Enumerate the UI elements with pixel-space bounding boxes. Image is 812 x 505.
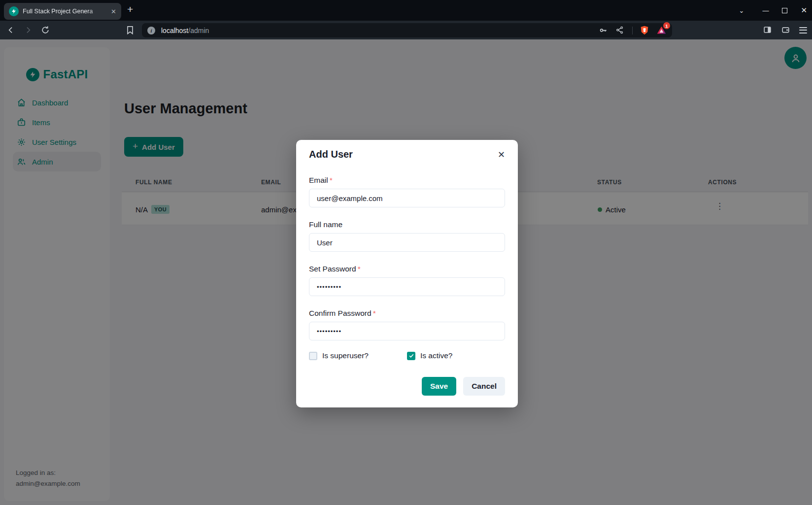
window-maximize-button[interactable]	[782, 8, 787, 13]
email-field-group: Email*	[309, 176, 505, 207]
modal-footer: Save Cancel	[309, 377, 505, 396]
full-name-label: Full name	[309, 220, 505, 229]
tab-close-icon[interactable]: ✕	[111, 8, 116, 15]
required-asterisk: *	[330, 176, 333, 184]
window-close-button[interactable]: ✕	[801, 6, 807, 15]
rewards-badge: 1	[663, 22, 670, 29]
checkbox-checked-icon	[407, 352, 415, 360]
email-field[interactable]	[309, 189, 505, 207]
required-asterisk: *	[373, 309, 376, 317]
menu-icon[interactable]	[799, 27, 807, 34]
brave-shield-icon[interactable]	[640, 25, 649, 35]
set-password-field-group: Set Password*	[309, 265, 505, 296]
refresh-button[interactable]	[40, 25, 50, 35]
sidebar-panel-icon[interactable]	[763, 25, 773, 35]
set-password-label: Set Password*	[309, 265, 505, 273]
required-asterisk: *	[358, 265, 361, 273]
browser-toolbar: i localhost/admin	[0, 21, 812, 39]
modal-close-icon[interactable]: ✕	[496, 147, 507, 162]
fastapi-favicon-icon	[9, 6, 19, 16]
screen: Full Stack Project Genera ✕ + ⌄ — ✕	[0, 0, 812, 505]
bookmarks-icon[interactable]	[125, 25, 135, 35]
url-text[interactable]: localhost/admin	[161, 27, 209, 34]
wallet-icon[interactable]	[781, 25, 791, 35]
checkbox-unchecked-icon	[309, 352, 317, 360]
brave-rewards-icon[interactable]: 1	[656, 25, 667, 35]
share-icon[interactable]	[615, 26, 625, 35]
confirm-password-field[interactable]	[309, 322, 505, 340]
is-active-checkbox[interactable]: Is active?	[407, 351, 505, 360]
tab-title: Full Stack Project Genera	[23, 8, 107, 15]
checkbox-row: Is superuser? Is active?	[309, 351, 505, 360]
tab-search-chevron-icon[interactable]: ⌄	[739, 7, 744, 14]
browser-tab[interactable]: Full Stack Project Genera ✕	[4, 3, 121, 20]
full-name-field[interactable]	[309, 233, 505, 252]
confirm-password-label: Confirm Password*	[309, 309, 505, 318]
password-key-icon[interactable]	[599, 26, 609, 35]
back-button[interactable]	[6, 25, 16, 35]
add-user-modal: Add User ✕ Email* Full name Set Password…	[296, 140, 518, 407]
set-password-field[interactable]	[309, 277, 505, 296]
full-name-field-group: Full name	[309, 220, 505, 252]
toolbar-divider	[632, 27, 633, 34]
new-tab-button[interactable]: +	[127, 3, 133, 15]
email-label: Email*	[309, 176, 505, 185]
site-info-icon[interactable]: i	[147, 27, 155, 34]
browser-tab-bar: Full Stack Project Genera ✕ + ⌄ — ✕	[0, 0, 812, 21]
forward-button[interactable]	[23, 25, 33, 35]
cancel-button[interactable]: Cancel	[463, 377, 505, 396]
save-button[interactable]: Save	[422, 377, 456, 396]
window-minimize-button[interactable]: —	[762, 7, 769, 14]
modal-title: Add User	[309, 149, 505, 160]
is-superuser-checkbox[interactable]: Is superuser?	[309, 351, 407, 360]
confirm-password-field-group: Confirm Password*	[309, 309, 505, 340]
url-bar[interactable]: i localhost/admin	[142, 23, 672, 37]
